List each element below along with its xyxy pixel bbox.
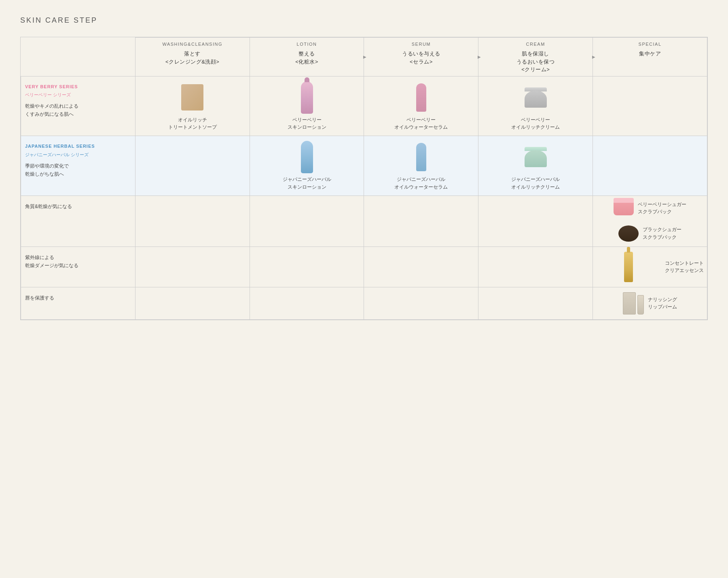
lipbalm-box [623, 292, 636, 314]
header-washing-subtitle: 落とす<クレンジング&洗顔> [138, 50, 248, 66]
cream-jh-body [525, 150, 547, 167]
product-soap: オイルリッチトリートメントソープ [135, 76, 250, 136]
cream-vb-image [523, 81, 548, 114]
washing-empty-lip [135, 287, 250, 319]
lotion-vb-name: ベリーベリースキンローション [253, 116, 361, 131]
serum-empty-uv [364, 246, 478, 287]
product-lotion-vb: ベリーベリースキンローション [250, 76, 364, 136]
special-uv: コンセントレートクリアエッセンス [593, 246, 707, 287]
header-cream: CREAM 肌を保湿しうるおいを保つ<クリーム> ▶ [478, 38, 593, 76]
lotion-jh-name: ジャパニーズハーバルスキンローション [253, 176, 361, 191]
header-lotion-subtitle: 整える<化粧水> [252, 50, 362, 66]
soap-visual [181, 84, 203, 110]
series-jp-very-berry: ベリーベリー シリーズ [25, 91, 131, 99]
scrub-pink-product: ベリーベリーシュガースクラブパック [614, 201, 686, 216]
special-empty-vb [593, 76, 707, 136]
special-empty-jh [593, 136, 707, 196]
header-serum: SERUM うるいを与える<セラム> ▶ [364, 38, 478, 76]
desc-uv: 紫外線による 乾燥ダメージが気になる [25, 253, 131, 270]
label-uv: 紫外線による 乾燥ダメージが気になる [21, 246, 135, 287]
special-exfoliation: ベリーベリーシュガースクラブパック ブラックシュガースクラブパック [593, 196, 707, 247]
essence-visual [624, 252, 633, 282]
series-en-jh: JAPANESE HERBAL SERIES [25, 142, 131, 150]
lipbalm-visual [623, 292, 644, 314]
series-jp-jh: ジャパニーズハーバル シリーズ [25, 151, 131, 159]
product-serum-vb: ベリーベリーオイルウォーターセラム [364, 76, 478, 136]
header-washing: WASHING&CLEANSING 落とす<クレンジング&洗顔> [135, 38, 250, 76]
lotion-empty-exf [250, 196, 364, 247]
product-lotion-jh: ジャパニーズハーバルスキンローション [250, 136, 364, 196]
scrub-pink-visual [614, 201, 634, 215]
lotion-empty-lip [250, 287, 364, 319]
product-serum-jh: ジャパニーズハーバルオイルウォーターセラム [364, 136, 478, 196]
scrub-dark-product: ブラックシュガースクラブパック [618, 225, 681, 242]
row-very-berry: VERY BERRY SERIES ベリーベリー シリーズ 乾燥やキメの乱れによ… [21, 76, 707, 136]
serum-jh-visual [416, 143, 426, 171]
label-very-berry: VERY BERRY SERIES ベリーベリー シリーズ 乾燥やキメの乱れによ… [21, 76, 135, 136]
cream-vb-visual [525, 87, 547, 108]
scrub-pink-name: ベリーベリーシュガースクラブパック [638, 201, 686, 216]
cream-vb-body [525, 91, 547, 108]
header-special: SPECIAL 集中ケア [593, 38, 707, 76]
row-japanese-herbal: JAPANESE HERBAL SERIES ジャパニーズハーバル シリーズ 季… [21, 136, 707, 196]
serum-vb-image [409, 81, 433, 114]
header-serum-subtitle: うるいを与える<セラム> [366, 50, 476, 66]
page-title: SKIN CARE STEP [20, 16, 708, 25]
special-lip: ナリッシングリップバーム [593, 287, 707, 319]
washing-empty-jh [135, 136, 250, 196]
cream-vb-name: ベリーベリーオイルリッチクリーム [482, 116, 589, 131]
row-uv: 紫外線による 乾燥ダメージが気になる コンセントレートクリアエッセンス [21, 246, 707, 287]
serum-vb-name: ベリーベリーオイルウォーターセラム [367, 116, 475, 131]
washing-empty-exf [135, 196, 250, 247]
lotion-jh-image [295, 141, 319, 173]
lotion-jh-visual [301, 141, 313, 173]
scrub-dark-visual [618, 225, 639, 242]
lotion-vb-visual [301, 81, 313, 114]
skin-care-table: WASHING&CLEANSING 落とす<クレンジング&洗顔> LOTION … [20, 37, 708, 320]
header-lotion: LOTION 整える<化粧水> ▶ [250, 38, 364, 76]
desc-exfoliation: 角質&乾燥が気になる [25, 202, 131, 210]
lipbalm-name: ナリッシングリップバーム [648, 296, 677, 311]
serum-jh-image [409, 141, 433, 173]
cream-empty-exf [478, 196, 593, 247]
lipbalm-tube [637, 295, 644, 314]
series-en-very-berry: VERY BERRY SERIES [25, 83, 131, 91]
soap-image [180, 81, 205, 114]
label-japanese-herbal: JAPANESE HERBAL SERIES ジャパニーズハーバル シリーズ 季… [21, 136, 135, 196]
cream-jh-image [523, 141, 548, 173]
cream-jh-name: ジャパニーズハーバルオイルリッチクリーム [482, 176, 589, 191]
serum-jh-name: ジャパニーズハーバルオイルウォーターセラム [367, 176, 475, 191]
label-lip: 唇を保護する [21, 287, 135, 319]
product-cream-vb: ベリーベリーオイルリッチクリーム [478, 76, 593, 136]
essence-name: コンセントレートクリアエッセンス [665, 259, 704, 274]
scrub-dark-name: ブラックシュガースクラブパック [643, 226, 681, 241]
desc-lip: 唇を保護する [25, 294, 131, 302]
serum-empty-lip [364, 287, 478, 319]
cream-jh-visual [525, 147, 547, 167]
soap-name: オイルリッチトリートメントソープ [139, 116, 246, 131]
header-empty [21, 38, 135, 76]
row-lip: 唇を保護する ナリッシングリップバーム [21, 287, 707, 319]
lotion-vb-image [295, 81, 319, 114]
lotion-empty-uv [250, 246, 364, 287]
series-desc-very-berry: 乾燥やキメの乱れによる くすみが気になる肌へ [25, 102, 131, 119]
series-desc-jh: 季節や環境の変化で 乾燥しがちな肌へ [25, 162, 131, 178]
row-exfoliation: 角質&乾燥が気になる ベリーベリーシュガースクラブパック [21, 196, 707, 247]
serum-empty-exf [364, 196, 478, 247]
header-special-subtitle: 集中ケア [595, 50, 705, 58]
label-exfoliation: 角質&乾燥が気になる [21, 196, 135, 247]
header-cream-subtitle: 肌を保湿しうるおいを保つ<クリーム> [480, 50, 590, 74]
cream-empty-lip [478, 287, 593, 319]
cream-empty-uv [478, 246, 593, 287]
washing-empty-uv [135, 246, 250, 287]
serum-vb-visual [416, 83, 426, 112]
product-cream-jh: ジャパニーズハーバルオイルリッチクリーム [478, 136, 593, 196]
